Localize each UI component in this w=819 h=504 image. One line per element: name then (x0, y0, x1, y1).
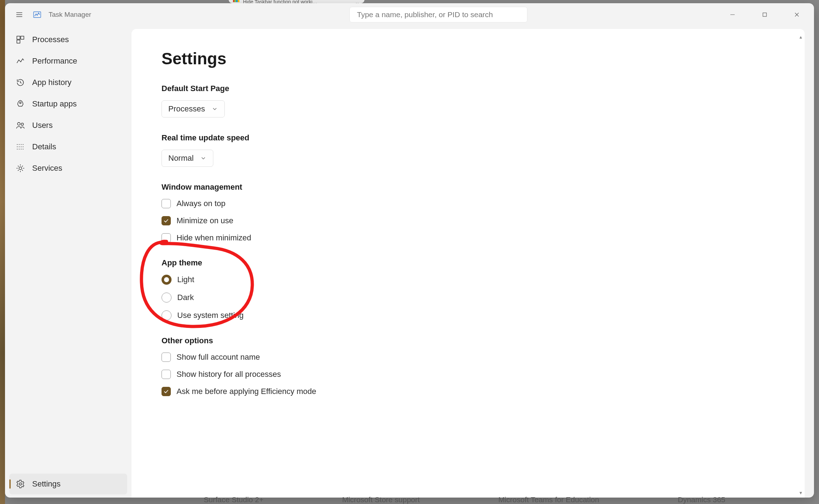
radio-label: Dark (177, 293, 194, 302)
maximize-icon (762, 12, 768, 18)
group-default-start-page: Default Start Page Processes (162, 84, 775, 118)
chevron-down-icon (200, 155, 207, 161)
background-page-footer: Surface Studio 2+ Microsoft Store suppor… (204, 495, 811, 504)
radio-label: Light (177, 275, 194, 284)
task-manager-window: Task Manager Processes (5, 3, 814, 498)
radio-icon (162, 310, 172, 320)
search-input[interactable] (356, 10, 521, 19)
checkmark-icon (163, 218, 169, 224)
radio-icon (162, 293, 172, 303)
page-title: Settings (162, 49, 775, 68)
app-title: Task Manager (49, 11, 91, 19)
checkbox-icon (162, 216, 171, 225)
radio-label: Use system setting (177, 311, 244, 320)
sidebar-item-users[interactable]: Users (9, 115, 127, 136)
close-icon (794, 12, 800, 18)
sidebar-item-label: Services (32, 164, 62, 173)
scroll-down-button[interactable]: ▼ (798, 490, 803, 495)
performance-icon (16, 56, 25, 66)
app-icon (33, 10, 41, 19)
radio-use-system-setting[interactable]: Use system setting (162, 310, 775, 320)
tab-favicon (233, 0, 239, 2)
svg-point-9 (19, 483, 22, 485)
hamburger-menu-button[interactable] (12, 8, 26, 22)
maximize-button[interactable] (752, 6, 778, 23)
footer-link[interactable]: Dynamics 365 (678, 495, 725, 504)
sidebar: Processes Performance App history Startu… (5, 26, 131, 498)
services-icon (16, 164, 25, 173)
sidebar-item-label: Performance (32, 56, 77, 66)
checkbox-icon (162, 387, 171, 396)
checkbox-label: Minimize on use (177, 216, 233, 225)
radio-dark[interactable]: Dark (162, 293, 775, 303)
svg-rect-1 (763, 13, 766, 16)
group-window-management: Window management Always on top Minimize… (162, 183, 775, 243)
sidebar-item-label: Users (32, 121, 53, 130)
sidebar-item-label: App history (32, 78, 71, 87)
checkbox-icon (162, 199, 171, 208)
sidebar-item-label: Details (32, 142, 56, 151)
search-box[interactable] (349, 7, 527, 23)
checkbox-hide-when-minimized[interactable]: Hide when minimized (162, 233, 775, 243)
window-management-label: Window management (162, 183, 775, 192)
dropdown-value: Processes (168, 104, 205, 114)
checkbox-minimize-on-use[interactable]: Minimize on use (162, 216, 775, 225)
footer-link[interactable]: Microsoft Teams for Education (498, 495, 599, 504)
processes-icon (16, 35, 25, 44)
update-speed-dropdown[interactable]: Normal (162, 150, 213, 167)
sidebar-item-performance[interactable]: Performance (9, 51, 127, 71)
checkbox-label: Always on top (177, 199, 225, 208)
desktop-background-stripe (0, 0, 5, 504)
svg-point-5 (20, 102, 21, 104)
default-start-page-label: Default Start Page (162, 84, 775, 93)
details-icon (16, 142, 25, 151)
update-speed-label: Real time update speed (162, 133, 775, 143)
checkbox-icon (162, 353, 171, 362)
checkbox-efficiency-mode-prompt[interactable]: Ask me before applying Efficiency mode (162, 387, 775, 396)
checkbox-show-full-account-name[interactable]: Show full account name (162, 353, 775, 362)
radio-icon (162, 275, 172, 285)
settings-panel: ▲ ▼ Settings Default Start Page Processe… (131, 29, 805, 498)
group-app-theme: App theme Light Dark Use system setting (162, 258, 775, 320)
sidebar-item-settings[interactable]: Settings (9, 474, 127, 494)
svg-point-8 (19, 167, 22, 170)
checkbox-always-on-top[interactable]: Always on top (162, 199, 775, 208)
sidebar-item-processes[interactable]: Processes (9, 29, 127, 50)
scroll-up-button[interactable]: ▲ (798, 35, 803, 40)
svg-rect-2 (17, 36, 20, 39)
footer-link[interactable]: Microsoft Store support (342, 495, 420, 504)
history-icon (16, 78, 25, 87)
dropdown-value: Normal (168, 154, 194, 163)
close-button[interactable] (784, 6, 810, 23)
checkbox-label: Show full account name (177, 353, 260, 362)
users-icon (16, 121, 25, 130)
sidebar-item-label: Settings (32, 479, 61, 489)
minimize-button[interactable] (720, 6, 745, 23)
hamburger-icon (15, 11, 23, 19)
sidebar-item-label: Startup apps (32, 99, 77, 109)
svg-rect-3 (21, 36, 24, 39)
sidebar-item-startup-apps[interactable]: Startup apps (9, 94, 127, 114)
group-update-speed: Real time update speed Normal (162, 133, 775, 167)
checkbox-show-history-all-processes[interactable]: Show history for all processes (162, 370, 775, 379)
titlebar: Task Manager (5, 3, 814, 26)
checkbox-label: Hide when minimized (177, 233, 251, 243)
checkbox-label: Ask me before applying Efficiency mode (177, 387, 316, 396)
app-theme-label: App theme (162, 258, 775, 268)
checkbox-label: Show history for all processes (177, 370, 281, 379)
sidebar-item-label: Processes (32, 35, 69, 44)
settings-icon (16, 479, 25, 489)
group-other-options: Other options Show full account name Sho… (162, 336, 775, 396)
sidebar-item-details[interactable]: Details (9, 136, 127, 157)
other-options-label: Other options (162, 336, 775, 345)
chevron-down-icon (212, 106, 218, 112)
radio-light[interactable]: Light (162, 275, 775, 285)
sidebar-item-app-history[interactable]: App history (9, 72, 127, 93)
background-browser-tab[interactable]: Hide Taskbar function not worki… ⌄ (229, 0, 364, 3)
default-start-page-dropdown[interactable]: Processes (162, 100, 225, 118)
svg-point-7 (21, 123, 23, 126)
checkmark-icon (163, 388, 169, 395)
svg-rect-4 (17, 40, 20, 43)
sidebar-item-services[interactable]: Services (9, 158, 127, 179)
footer-link[interactable]: Surface Studio 2+ (204, 495, 264, 504)
